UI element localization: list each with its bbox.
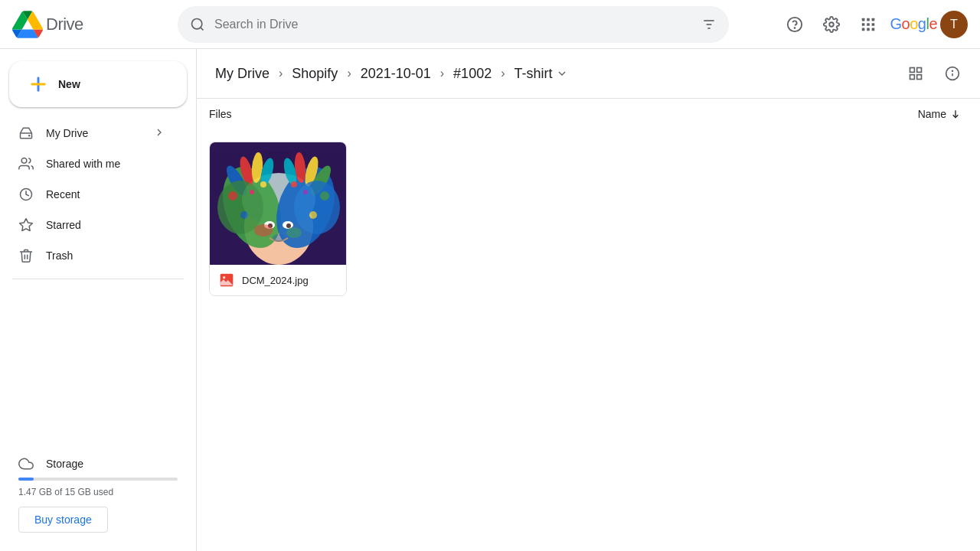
svg-marker-23 [20,219,33,231]
svg-rect-12 [867,23,871,26]
svg-rect-27 [917,75,922,80]
file-info: DCM_2024.jpg [210,265,346,295]
sort-control[interactable]: Name [912,105,968,123]
sidebar-item-my-drive[interactable]: My Drive [0,119,184,147]
apps-button[interactable] [853,9,884,40]
storage-label: Storage [46,458,83,470]
search-filter-icon[interactable] [701,17,717,32]
svg-rect-16 [872,28,875,31]
files-section-label: Files [209,108,232,120]
people-icon [18,156,34,171]
svg-point-41 [228,191,237,201]
sidebar-item-starred[interactable]: Starred [0,211,184,239]
svg-point-61 [273,234,285,242]
files-grid: DCM_2024.jpg [197,129,980,551]
breadcrumb-dropdown-icon [556,67,568,80]
google-account-area: Google T [890,11,968,38]
svg-point-59 [254,224,273,236]
svg-line-1 [201,27,204,30]
svg-rect-10 [872,18,875,21]
sidebar-item-label: My Drive [46,127,88,139]
svg-point-58 [286,223,291,228]
file-card[interactable]: DCM_2024.jpg [209,142,347,296]
breadcrumb-my-drive[interactable]: My Drive [209,63,276,85]
drive-logo-icon [12,9,43,40]
new-button[interactable]: New [9,61,187,107]
content-area: My Drive › Shopify › 2021-10-01 › #1002 … [196,49,980,551]
svg-rect-8 [862,18,865,21]
drive-nav-icon [18,126,34,141]
svg-rect-14 [862,28,865,31]
cloud-icon [18,456,34,471]
clock-icon [18,187,34,202]
breadcrumb-sep-4: › [501,67,505,80]
sidebar-divider [12,279,184,279]
main-content: New My Drive Shared wi [0,49,980,551]
view-toggle-button[interactable] [900,58,931,89]
breadcrumb-sep-1: › [279,67,283,80]
user-avatar[interactable]: T [940,11,968,38]
svg-rect-25 [917,68,922,73]
buy-storage-button[interactable]: Buy storage [18,507,108,533]
sidebar-item-shared[interactable]: Shared with me [0,150,184,178]
svg-point-52 [291,181,297,187]
app-header: Drive [0,0,980,49]
sidebar-item-recent[interactable]: Recent [0,181,184,208]
breadcrumb-order[interactable]: #1002 [447,63,498,85]
svg-point-7 [830,22,835,27]
plus-icon [28,73,49,95]
svg-point-60 [286,227,302,238]
breadcrumb-bar: My Drive › Shopify › 2021-10-01 › #1002 … [197,49,980,99]
svg-rect-24 [910,68,915,73]
svg-point-53 [309,211,317,219]
breadcrumb: My Drive › Shopify › 2021-10-01 › #1002 … [209,63,574,85]
file-thumbnail-image [210,142,346,265]
svg-point-51 [320,191,329,201]
svg-point-43 [240,211,248,219]
storage-section: Storage 1.47 GB of 15 GB used Buy storag… [0,447,196,542]
search-icon[interactable] [190,17,205,32]
header-actions: Google T [779,9,968,40]
storage-icon-row: Storage [18,456,178,471]
file-name: DCM_2024.jpg [242,275,309,286]
svg-rect-9 [867,18,871,21]
sidebar-item-trash[interactable]: Trash [0,242,184,269]
info-icon [945,66,960,81]
trash-icon [18,248,34,263]
files-header: Files Name [197,99,980,129]
sidebar-item-label: Shared with me [46,158,120,170]
breadcrumb-actions [900,58,968,89]
svg-point-50 [294,181,340,234]
svg-point-44 [250,190,254,194]
grid-view-icon [908,66,923,81]
new-button-label: New [58,78,80,90]
sort-arrow-icon [949,108,962,120]
svg-point-54 [303,190,308,194]
settings-button[interactable] [816,9,847,40]
app-logo[interactable]: Drive [12,9,165,40]
help-button[interactable] [779,9,810,40]
svg-rect-11 [862,23,865,26]
breadcrumb-sep-2: › [347,67,351,80]
svg-point-0 [192,18,202,28]
star-icon [18,217,34,233]
expand-icon [153,126,165,141]
svg-point-40 [217,181,263,234]
breadcrumb-shopify[interactable]: Shopify [286,63,344,85]
sidebar: New My Drive Shared wi [0,49,196,551]
search-input[interactable] [214,18,692,31]
storage-bar-background [18,478,178,481]
breadcrumb-tshirt[interactable]: T-shirt [508,63,574,85]
sort-label: Name [918,108,946,120]
svg-rect-26 [910,75,915,80]
storage-bar-fill [18,478,34,481]
search-bar [178,6,729,43]
breadcrumb-date[interactable]: 2021-10-01 [354,63,437,85]
storage-used-text: 1.47 GB of 15 GB used [18,487,178,497]
app-name: Drive [46,15,83,34]
breadcrumb-sep-3: › [440,67,444,80]
google-wordmark: Google [890,15,937,33]
info-button[interactable] [937,58,968,89]
sidebar-item-label: Starred [46,219,81,231]
sidebar-item-label: Recent [46,188,80,201]
